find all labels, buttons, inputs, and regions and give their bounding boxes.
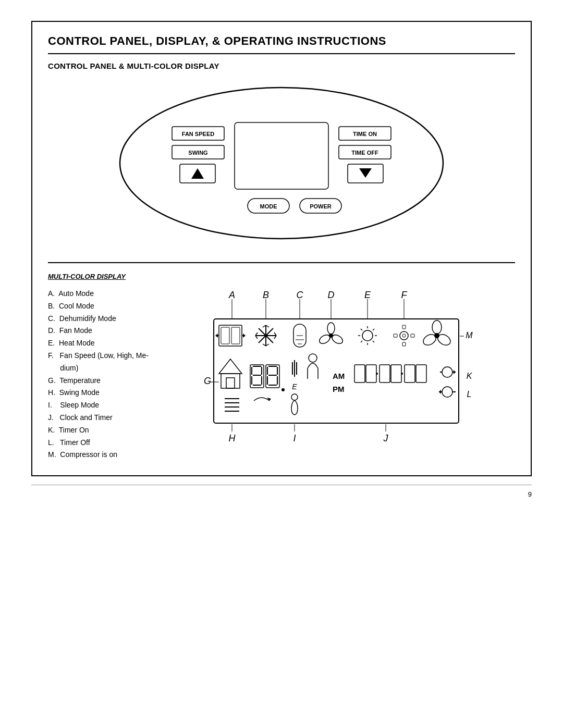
svg-rect-112 — [391, 365, 401, 382]
title-divider — [48, 53, 515, 54]
svg-rect-111 — [380, 365, 390, 382]
svg-text:G: G — [204, 376, 211, 386]
svg-point-105 — [309, 354, 317, 362]
svg-point-55 — [327, 323, 335, 334]
svg-point-0 — [120, 88, 443, 239]
legend-item-b: B. Cool Mode — [48, 300, 168, 313]
svg-rect-71 — [394, 334, 397, 337]
legend-item-m: M. Compressor is on — [48, 449, 168, 461]
svg-rect-69 — [402, 325, 406, 329]
svg-rect-114 — [405, 365, 415, 382]
legend-item-i: I. Sleep Mode — [48, 399, 168, 412]
legend-item-d: D. Fan Mode — [48, 325, 168, 337]
svg-marker-13 — [359, 168, 372, 178]
svg-marker-35 — [215, 334, 218, 338]
svg-marker-124 — [439, 390, 441, 394]
svg-text:PM: PM — [333, 385, 345, 393]
svg-line-64 — [361, 329, 362, 330]
svg-rect-115 — [416, 365, 426, 382]
control-panel-diagram: FAN SPEED SWING TIME ON TIME OFF — [48, 80, 515, 246]
legend-item-j: J. Clock and Timer — [48, 412, 168, 424]
svg-rect-108 — [354, 365, 365, 382]
svg-text:B: B — [263, 290, 269, 300]
panel-svg: FAN SPEED SWING TIME ON TIME OFF — [104, 80, 459, 246]
svg-line-63 — [373, 329, 374, 330]
svg-text:FAN SPEED: FAN SPEED — [182, 131, 214, 137]
legend-item-l: L. Timer Off — [48, 437, 168, 449]
svg-marker-6 — [191, 168, 204, 179]
page-container: CONTROL PANEL, DISPLAY, & OPERATING INST… — [31, 21, 532, 476]
svg-text:TIME OFF: TIME OFF — [351, 150, 378, 156]
svg-rect-7 — [235, 122, 328, 189]
svg-text:D: D — [328, 290, 335, 300]
main-title: CONTROL PANEL, DISPLAY, & OPERATING INST… — [48, 34, 515, 48]
legend-item-f: F. Fan Speed (Low, High, Me- dium) — [48, 350, 168, 375]
svg-text:H: H — [229, 433, 236, 443]
svg-text:E: E — [364, 290, 371, 300]
legend-item-a: A. Auto Mode — [48, 288, 168, 300]
svg-rect-72 — [411, 334, 414, 337]
legend-item-e: E. Heat Mode — [48, 337, 168, 350]
legend-item-c: C. Dehumidify Mode — [48, 313, 168, 325]
svg-marker-120 — [454, 370, 456, 374]
svg-point-110 — [376, 373, 378, 375]
svg-text:M: M — [466, 331, 473, 340]
page-number: 9 — [31, 485, 532, 498]
multi-color-label: MULTI-COLOR DISPLAY — [48, 273, 515, 280]
svg-point-117 — [442, 367, 452, 377]
svg-point-136 — [291, 394, 298, 400]
svg-point-100 — [282, 388, 285, 391]
svg-text:E: E — [292, 382, 297, 391]
svg-line-65 — [373, 341, 374, 342]
svg-text:TIME ON: TIME ON — [353, 131, 377, 137]
svg-point-122 — [442, 387, 452, 397]
svg-rect-109 — [366, 365, 376, 382]
svg-rect-83 — [226, 378, 235, 388]
svg-text:C: C — [297, 290, 304, 300]
display-svg: A B C D E F — [203, 288, 490, 465]
section-title: CONTROL PANEL & MULTI-COLOR DISPLAY — [48, 61, 515, 70]
svg-rect-32 — [221, 327, 229, 344]
svg-text:MODE: MODE — [260, 203, 277, 209]
svg-text:J: J — [383, 433, 389, 443]
svg-rect-33 — [231, 327, 240, 344]
legend-list: A. Auto Mode B. Cool Mode C. Dehumidify … — [48, 288, 168, 461]
svg-rect-82 — [221, 374, 240, 388]
svg-marker-81 — [219, 359, 242, 374]
svg-point-113 — [401, 373, 403, 375]
svg-text:K: K — [467, 372, 473, 380]
svg-text:SWING: SWING — [188, 150, 207, 156]
legend-item-k: K. Timer On — [48, 424, 168, 437]
legend-item-h: H. Swing Mode — [48, 387, 168, 399]
svg-rect-31 — [219, 325, 242, 346]
svg-text:POWER: POWER — [310, 203, 332, 209]
svg-text:A: A — [228, 290, 235, 300]
svg-line-66 — [361, 341, 362, 342]
svg-point-67 — [400, 331, 408, 340]
svg-text:I: I — [293, 433, 296, 443]
svg-text:L: L — [467, 390, 472, 399]
panel-divider — [48, 262, 515, 263]
svg-marker-37 — [243, 334, 246, 338]
svg-rect-70 — [402, 342, 406, 346]
legend-item-g: G. Temperature — [48, 375, 168, 387]
svg-text:F: F — [401, 290, 408, 300]
svg-point-58 — [362, 330, 373, 341]
svg-text:AM: AM — [333, 372, 345, 380]
svg-point-68 — [402, 334, 406, 337]
svg-point-76 — [432, 320, 442, 334]
display-diagram: A B C D E F — [178, 288, 515, 465]
lower-section: A. Auto Mode B. Cool Mode C. Dehumidify … — [48, 288, 515, 465]
